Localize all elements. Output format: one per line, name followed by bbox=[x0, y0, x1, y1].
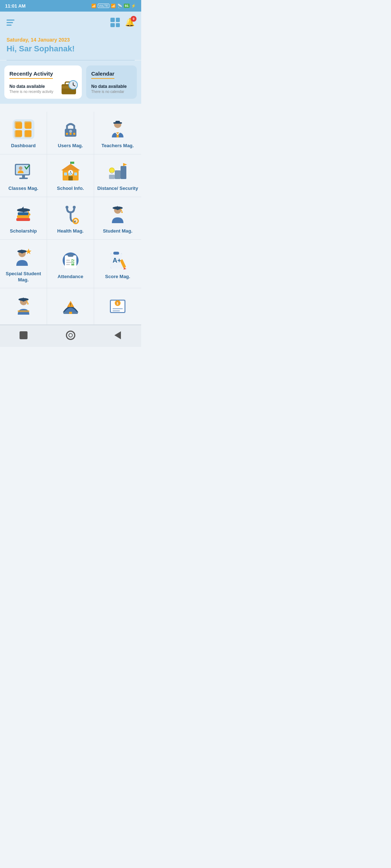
menu-item-school-info[interactable]: School Info. bbox=[47, 154, 94, 197]
svg-text:!: ! bbox=[70, 303, 71, 307]
menu-item-special-student-mag[interactable]: Special Student Mag. bbox=[0, 240, 47, 289]
svg-rect-47 bbox=[16, 218, 30, 221]
nav-right: 🔔 0 bbox=[110, 18, 135, 27]
svg-point-58 bbox=[73, 206, 76, 209]
svg-text:$: $ bbox=[117, 302, 118, 305]
svg-rect-13 bbox=[16, 130, 22, 137]
menu-item-attendance[interactable]: Attendance bbox=[47, 240, 94, 289]
greeting-name: Hi, Sar Sophanak! bbox=[7, 44, 135, 54]
menu-item-score-mag[interactable]: A+ Score Mag. bbox=[94, 240, 141, 289]
svg-text:A+: A+ bbox=[113, 257, 121, 264]
svg-rect-41 bbox=[115, 170, 121, 179]
calendar-sub: There is no calendar bbox=[91, 90, 132, 94]
signal2-icon: 📶 bbox=[111, 4, 116, 8]
menu-item-health-mag[interactable]: Health Mag. bbox=[47, 197, 94, 240]
signal-icon: 📶 bbox=[91, 4, 96, 8]
special-student-mag-icon bbox=[11, 246, 36, 268]
notification-badge: 0 bbox=[131, 16, 136, 22]
recently-activity-icon bbox=[59, 78, 78, 100]
svg-rect-39 bbox=[68, 176, 73, 180]
svg-rect-49 bbox=[18, 212, 29, 215]
square-icon bbox=[20, 331, 28, 339]
back-icon bbox=[114, 331, 121, 339]
svg-rect-38 bbox=[74, 173, 77, 175]
greeting-date: Saturday, 14 January 2023 bbox=[7, 37, 135, 43]
menu-item-distance-security[interactable]: Distance/ Security bbox=[94, 154, 141, 197]
greeting-section: Saturday, 14 January 2023 Hi, Sar Sophan… bbox=[0, 33, 141, 60]
student-mag-label: Student Mag. bbox=[103, 228, 133, 234]
recently-activity-title: Recently Activity bbox=[9, 71, 53, 79]
school-info-label: School Info. bbox=[57, 186, 84, 192]
menu-item-users-mag[interactable]: Users Mag. bbox=[47, 112, 94, 154]
menu-item-more3[interactable]: $ bbox=[94, 288, 141, 325]
bottom-nav bbox=[0, 325, 141, 347]
menu-item-student-mag[interactable]: Student Mag. bbox=[94, 197, 141, 240]
teachers-mag-label: Teachers Mag. bbox=[101, 143, 134, 149]
scholarship-icon bbox=[11, 204, 36, 225]
volte-icon: VoLTE bbox=[98, 4, 109, 8]
more1-icon bbox=[11, 295, 36, 316]
notifications-button[interactable]: 🔔 0 bbox=[125, 18, 135, 27]
student-mag-icon bbox=[105, 204, 130, 225]
special-student-mag-label: Special Student Mag. bbox=[3, 271, 44, 283]
menu-section: Dashboard Users Mag. bbox=[0, 105, 141, 325]
svg-point-19 bbox=[69, 130, 72, 133]
svg-point-45 bbox=[109, 168, 114, 173]
calendar-title: Calendar bbox=[91, 71, 114, 79]
menu-item-more1[interactable] bbox=[0, 288, 47, 325]
nav-back-button[interactable] bbox=[111, 329, 124, 342]
svg-rect-46 bbox=[111, 173, 113, 174]
nav-square-button[interactable] bbox=[17, 329, 30, 342]
svg-rect-70 bbox=[68, 254, 73, 257]
svg-rect-79 bbox=[113, 252, 119, 255]
menu-item-dashboard[interactable]: Dashboard bbox=[0, 112, 47, 154]
calendar-card[interactable]: Calendar No data available There is no c… bbox=[86, 65, 137, 99]
svg-rect-36 bbox=[64, 173, 67, 175]
menu-button[interactable] bbox=[7, 20, 14, 26]
health-mag-label: Health Mag. bbox=[57, 228, 84, 234]
menu-grid: Dashboard Users Mag. bbox=[0, 112, 141, 325]
svg-rect-22 bbox=[115, 121, 120, 123]
svg-rect-14 bbox=[25, 130, 31, 137]
svg-rect-71 bbox=[66, 260, 70, 261]
menu-item-scholarship[interactable]: Scholarship bbox=[0, 197, 47, 240]
svg-rect-40 bbox=[109, 175, 115, 179]
svg-rect-88 bbox=[18, 310, 29, 312]
nav-home-button[interactable] bbox=[64, 329, 77, 342]
menu-item-more2[interactable]: ! bbox=[47, 288, 94, 325]
svg-rect-48 bbox=[17, 215, 29, 218]
svg-rect-98 bbox=[113, 308, 123, 309]
top-nav: 🔔 0 bbox=[0, 12, 141, 33]
classes-mag-icon bbox=[11, 161, 36, 183]
svg-rect-72 bbox=[66, 262, 71, 263]
score-mag-label: Score Mag. bbox=[105, 274, 130, 280]
svg-point-17 bbox=[70, 133, 72, 135]
grid-view-button[interactable] bbox=[110, 18, 120, 27]
svg-point-57 bbox=[66, 206, 68, 209]
svg-rect-76 bbox=[71, 264, 74, 265]
cards-row: Recently Activity No data available Ther… bbox=[0, 60, 141, 104]
home-icon bbox=[66, 331, 75, 340]
more2-icon: ! bbox=[58, 295, 83, 316]
menu-item-classes-mag[interactable]: Classes Mag. bbox=[0, 154, 47, 197]
svg-point-16 bbox=[66, 133, 68, 135]
svg-point-87 bbox=[27, 303, 29, 305]
svg-rect-92 bbox=[69, 312, 72, 314]
recently-activity-card[interactable]: Recently Activity No data available Ther… bbox=[4, 65, 82, 99]
status-time: 11:01 AM bbox=[5, 3, 26, 9]
dashboard-label: Dashboard bbox=[11, 143, 36, 149]
teachers-mag-icon bbox=[105, 118, 130, 140]
svg-marker-44 bbox=[123, 163, 127, 166]
svg-rect-27 bbox=[19, 178, 28, 179]
svg-rect-26 bbox=[22, 175, 25, 178]
menu-item-teachers-mag[interactable]: Teachers Mag. bbox=[94, 112, 141, 154]
svg-rect-11 bbox=[16, 122, 22, 129]
distance-security-label: Distance/ Security bbox=[97, 186, 138, 192]
svg-point-53 bbox=[28, 213, 30, 216]
users-mag-label: Users Mag. bbox=[58, 143, 83, 149]
svg-point-56 bbox=[75, 220, 76, 222]
distance-security-icon bbox=[105, 161, 130, 183]
svg-point-18 bbox=[73, 133, 75, 135]
svg-rect-99 bbox=[113, 310, 120, 311]
classes-mag-label: Classes Mag. bbox=[8, 186, 38, 192]
